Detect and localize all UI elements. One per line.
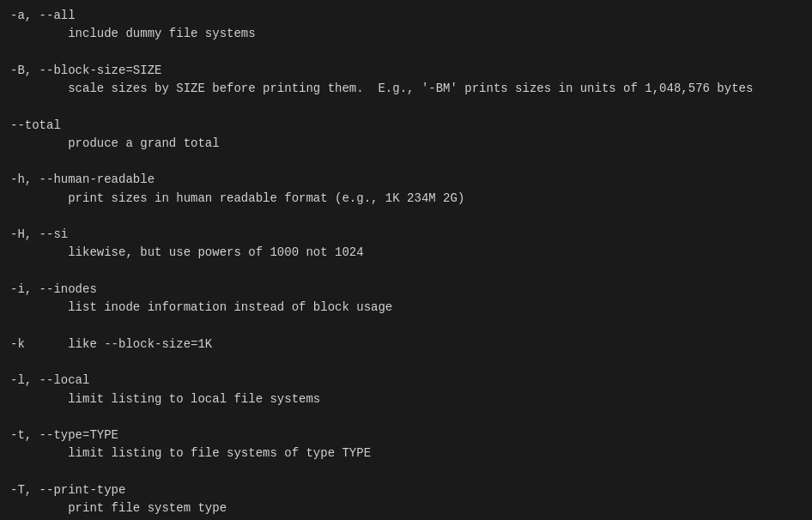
terminal-window: -a, --all include dummy file systems -B,… [0, 0, 812, 520]
terminal-content: -a, --all include dummy file systems -B,… [10, 7, 802, 520]
